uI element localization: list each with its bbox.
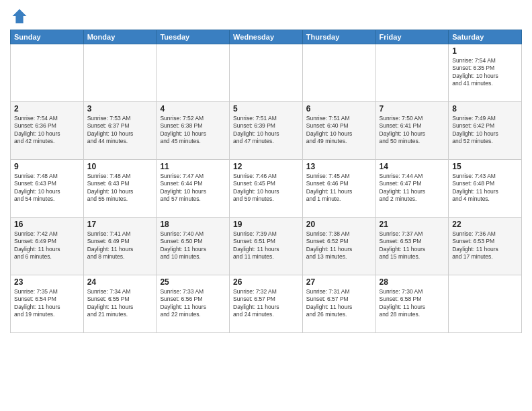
day-info: Sunrise: 7:47 AM Sunset: 6:44 PM Dayligh… <box>160 173 226 203</box>
day-info: Sunrise: 7:53 AM Sunset: 6:37 PM Dayligh… <box>87 115 153 146</box>
day-info: Sunrise: 7:44 AM Sunset: 6:47 PM Dayligh… <box>380 173 445 203</box>
cell-week3-day6: 14Sunrise: 7:44 AM Sunset: 6:47 PM Dayli… <box>375 160 449 218</box>
cell-week4-day7: 22Sunrise: 7:36 AM Sunset: 6:53 PM Dayli… <box>449 218 522 275</box>
cell-week2-day3: 4Sunrise: 7:52 AM Sunset: 6:38 PM Daylig… <box>157 102 230 160</box>
cell-week2-day5: 6Sunrise: 7:51 AM Sunset: 6:40 PM Daylig… <box>302 102 375 160</box>
cell-week4-day4: 19Sunrise: 7:39 AM Sunset: 6:51 PM Dayli… <box>230 218 303 275</box>
day-info: Sunrise: 7:49 AM Sunset: 6:42 PM Dayligh… <box>452 115 518 146</box>
day-number: 6 <box>306 104 372 113</box>
cell-week5-day4: 26Sunrise: 7:32 AM Sunset: 6:57 PM Dayli… <box>230 275 303 333</box>
day-info: Sunrise: 7:39 AM Sunset: 6:51 PM Dayligh… <box>233 230 299 261</box>
day-number: 21 <box>380 220 445 229</box>
cell-week4-day2: 17Sunrise: 7:41 AM Sunset: 6:49 PM Dayli… <box>83 218 157 275</box>
day-number: 8 <box>452 104 518 113</box>
header-thursday: Thursday <box>302 30 375 44</box>
day-number: 20 <box>306 220 372 229</box>
cell-week2-day1: 2Sunrise: 7:54 AM Sunset: 6:36 PM Daylig… <box>11 102 84 160</box>
cell-week3-day3: 11Sunrise: 7:47 AM Sunset: 6:44 PM Dayli… <box>157 160 230 218</box>
svg-marker-0 <box>13 9 27 24</box>
cell-week1-day3 <box>157 44 230 102</box>
day-number: 7 <box>380 104 445 113</box>
week-row-4: 16Sunrise: 7:42 AM Sunset: 6:49 PM Dayli… <box>11 218 522 275</box>
cell-week1-day1 <box>11 44 84 102</box>
cell-week3-day1: 9Sunrise: 7:48 AM Sunset: 6:43 PM Daylig… <box>11 160 84 218</box>
day-info: Sunrise: 7:51 AM Sunset: 6:40 PM Dayligh… <box>306 115 372 146</box>
cell-week5-day3: 25Sunrise: 7:33 AM Sunset: 6:56 PM Dayli… <box>157 275 230 333</box>
day-number: 23 <box>14 277 80 287</box>
header-row: SundayMondayTuesdayWednesdayThursdayFrid… <box>11 30 522 44</box>
calendar-body: 1Sunrise: 7:54 AM Sunset: 6:35 PM Daylig… <box>11 44 522 333</box>
logo <box>10 7 32 26</box>
day-number: 11 <box>160 162 226 171</box>
day-number: 9 <box>14 162 80 171</box>
day-info: Sunrise: 7:46 AM Sunset: 6:45 PM Dayligh… <box>233 173 299 203</box>
day-info: Sunrise: 7:35 AM Sunset: 6:54 PM Dayligh… <box>14 288 80 319</box>
cell-week5-day5: 27Sunrise: 7:31 AM Sunset: 6:57 PM Dayli… <box>302 275 375 333</box>
day-info: Sunrise: 7:37 AM Sunset: 6:53 PM Dayligh… <box>380 230 445 261</box>
day-number: 16 <box>14 220 80 229</box>
week-row-5: 23Sunrise: 7:35 AM Sunset: 6:54 PM Dayli… <box>11 275 522 333</box>
cell-week3-day2: 10Sunrise: 7:48 AM Sunset: 6:43 PM Dayli… <box>83 160 157 218</box>
header <box>10 7 522 26</box>
day-info: Sunrise: 7:38 AM Sunset: 6:52 PM Dayligh… <box>306 230 372 261</box>
header-sunday: Sunday <box>11 30 84 44</box>
day-info: Sunrise: 7:51 AM Sunset: 6:39 PM Dayligh… <box>233 115 299 146</box>
day-number: 25 <box>160 277 226 287</box>
cell-week5-day6: 28Sunrise: 7:30 AM Sunset: 6:58 PM Dayli… <box>375 275 449 333</box>
day-info: Sunrise: 7:48 AM Sunset: 6:43 PM Dayligh… <box>87 173 153 203</box>
cell-week2-day4: 5Sunrise: 7:51 AM Sunset: 6:39 PM Daylig… <box>230 102 303 160</box>
day-number: 15 <box>452 162 518 171</box>
day-number: 14 <box>380 162 445 171</box>
cell-week4-day6: 21Sunrise: 7:37 AM Sunset: 6:53 PM Dayli… <box>375 218 449 275</box>
day-info: Sunrise: 7:52 AM Sunset: 6:38 PM Dayligh… <box>160 115 226 146</box>
day-info: Sunrise: 7:42 AM Sunset: 6:49 PM Dayligh… <box>14 230 80 261</box>
header-friday: Friday <box>375 30 449 44</box>
day-number: 1 <box>452 46 518 56</box>
day-number: 4 <box>160 104 226 113</box>
day-info: Sunrise: 7:43 AM Sunset: 6:48 PM Dayligh… <box>452 173 518 203</box>
day-number: 19 <box>233 220 299 229</box>
day-number: 17 <box>87 220 153 229</box>
cell-week4-day3: 18Sunrise: 7:40 AM Sunset: 6:50 PM Dayli… <box>157 218 230 275</box>
day-number: 18 <box>160 220 226 229</box>
day-info: Sunrise: 7:41 AM Sunset: 6:49 PM Dayligh… <box>87 230 153 261</box>
cell-week3-day5: 13Sunrise: 7:45 AM Sunset: 6:46 PM Dayli… <box>302 160 375 218</box>
cell-week1-day6 <box>375 44 449 102</box>
calendar-table: SundayMondayTuesdayWednesdayThursdayFrid… <box>10 30 522 333</box>
page: SundayMondayTuesdayWednesdayThursdayFrid… <box>0 0 532 411</box>
day-info: Sunrise: 7:30 AM Sunset: 6:58 PM Dayligh… <box>380 288 445 319</box>
cell-week2-day6: 7Sunrise: 7:50 AM Sunset: 6:41 PM Daylig… <box>375 102 449 160</box>
day-info: Sunrise: 7:45 AM Sunset: 6:46 PM Dayligh… <box>306 173 372 203</box>
week-row-1: 1Sunrise: 7:54 AM Sunset: 6:35 PM Daylig… <box>11 44 522 102</box>
day-number: 27 <box>306 277 372 287</box>
cell-week2-day7: 8Sunrise: 7:49 AM Sunset: 6:42 PM Daylig… <box>449 102 522 160</box>
day-info: Sunrise: 7:34 AM Sunset: 6:55 PM Dayligh… <box>87 288 153 319</box>
day-number: 3 <box>87 104 153 113</box>
day-number: 13 <box>306 162 372 171</box>
day-number: 5 <box>233 104 299 113</box>
day-info: Sunrise: 7:36 AM Sunset: 6:53 PM Dayligh… <box>452 230 518 261</box>
cell-week3-day4: 12Sunrise: 7:46 AM Sunset: 6:45 PM Dayli… <box>230 160 303 218</box>
day-number: 22 <box>452 220 518 229</box>
cell-week1-day7: 1Sunrise: 7:54 AM Sunset: 6:35 PM Daylig… <box>449 44 522 102</box>
cell-week5-day1: 23Sunrise: 7:35 AM Sunset: 6:54 PM Dayli… <box>11 275 84 333</box>
header-wednesday: Wednesday <box>230 30 303 44</box>
cell-week1-day4 <box>230 44 303 102</box>
day-number: 24 <box>87 277 153 287</box>
header-tuesday: Tuesday <box>157 30 230 44</box>
day-info: Sunrise: 7:32 AM Sunset: 6:57 PM Dayligh… <box>233 288 299 319</box>
day-number: 2 <box>14 104 80 113</box>
calendar-header: SundayMondayTuesdayWednesdayThursdayFrid… <box>11 30 522 44</box>
day-number: 10 <box>87 162 153 171</box>
day-info: Sunrise: 7:31 AM Sunset: 6:57 PM Dayligh… <box>306 288 372 319</box>
cell-week1-day5 <box>302 44 375 102</box>
day-info: Sunrise: 7:33 AM Sunset: 6:56 PM Dayligh… <box>160 288 226 319</box>
header-monday: Monday <box>83 30 157 44</box>
day-info: Sunrise: 7:54 AM Sunset: 6:36 PM Dayligh… <box>14 115 80 146</box>
cell-week4-day5: 20Sunrise: 7:38 AM Sunset: 6:52 PM Dayli… <box>302 218 375 275</box>
header-saturday: Saturday <box>449 30 522 44</box>
cell-week5-day7 <box>449 275 522 333</box>
cell-week1-day2 <box>83 44 157 102</box>
day-number: 28 <box>380 277 445 287</box>
week-row-2: 2Sunrise: 7:54 AM Sunset: 6:36 PM Daylig… <box>11 102 522 160</box>
